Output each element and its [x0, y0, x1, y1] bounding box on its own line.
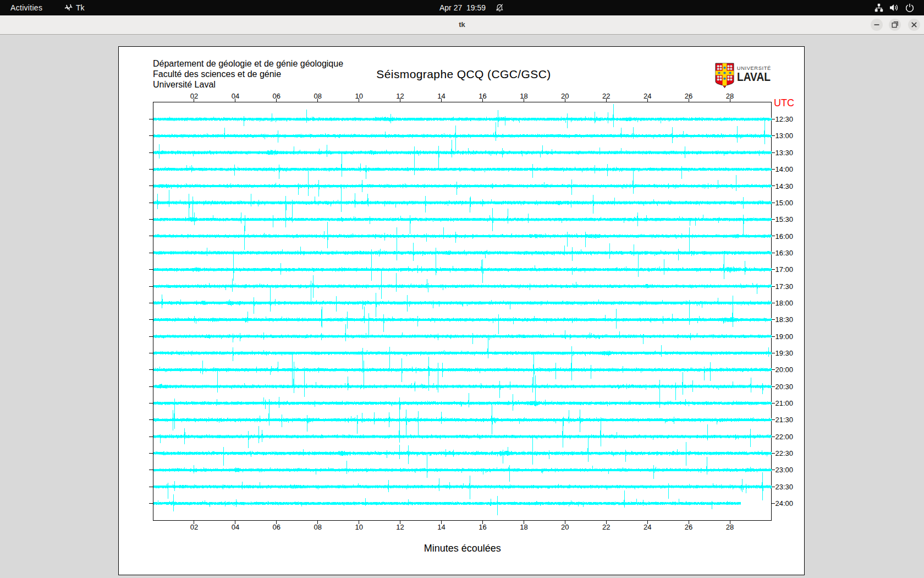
- svg-text:20: 20: [561, 523, 569, 531]
- svg-text:20: 20: [561, 92, 569, 100]
- svg-text:22:30: 22:30: [776, 449, 794, 457]
- svg-text:12: 12: [396, 523, 404, 531]
- svg-text:22: 22: [602, 92, 610, 100]
- svg-text:24: 24: [644, 92, 651, 100]
- svg-text:06: 06: [273, 523, 280, 531]
- svg-text:04: 04: [232, 523, 239, 531]
- svg-text:08: 08: [314, 523, 321, 531]
- svg-text:14:00: 14:00: [776, 165, 794, 173]
- svg-text:16: 16: [479, 92, 486, 100]
- svg-text:02: 02: [190, 523, 198, 531]
- svg-text:21:30: 21:30: [776, 416, 794, 424]
- svg-text:15:00: 15:00: [776, 199, 794, 207]
- svg-text:23:00: 23:00: [776, 466, 794, 474]
- svg-text:14: 14: [437, 523, 445, 531]
- svg-text:20:00: 20:00: [776, 366, 794, 374]
- svg-text:10: 10: [355, 92, 362, 100]
- svg-text:10: 10: [355, 523, 362, 531]
- svg-text:13:00: 13:00: [776, 132, 794, 140]
- svg-text:17:30: 17:30: [776, 282, 794, 291]
- svg-text:18: 18: [520, 92, 527, 100]
- svg-text:22: 22: [602, 523, 610, 531]
- svg-text:22:00: 22:00: [776, 433, 794, 441]
- svg-text:15:30: 15:30: [776, 215, 794, 223]
- svg-text:16: 16: [479, 523, 486, 531]
- svg-text:08: 08: [314, 92, 321, 100]
- svg-text:Séismographe QCQ (CGC/GSC): Séismographe QCQ (CGC/GSC): [376, 68, 551, 80]
- svg-text:18:30: 18:30: [776, 315, 794, 324]
- svg-text:12: 12: [396, 92, 404, 100]
- svg-text:16:30: 16:30: [776, 249, 794, 257]
- svg-text:19:30: 19:30: [776, 349, 794, 357]
- svg-text:14: 14: [437, 92, 445, 100]
- svg-text:18:00: 18:00: [776, 299, 794, 307]
- svg-text:Faculté des sciences et de gén: Faculté des sciences et de génie: [153, 69, 281, 79]
- svg-text:Université Laval: Université Laval: [153, 80, 216, 89]
- svg-text:12:30: 12:30: [776, 115, 794, 123]
- svg-text:UTC: UTC: [774, 97, 794, 108]
- svg-text:LAVAL: LAVAL: [737, 70, 771, 84]
- svg-text:26: 26: [685, 523, 692, 531]
- svg-text:13:30: 13:30: [776, 149, 794, 157]
- svg-text:14:30: 14:30: [776, 182, 794, 190]
- svg-text:24: 24: [644, 523, 651, 531]
- svg-text:Minutes écoulées: Minutes écoulées: [424, 543, 501, 554]
- svg-text:26: 26: [685, 92, 692, 100]
- svg-text:20:30: 20:30: [776, 383, 794, 391]
- svg-text:17:00: 17:00: [776, 265, 794, 274]
- svg-text:21:00: 21:00: [776, 399, 794, 407]
- svg-text:04: 04: [232, 92, 239, 100]
- svg-text:16:00: 16:00: [776, 232, 794, 241]
- svg-text:24:00: 24:00: [776, 499, 794, 508]
- svg-text:28: 28: [726, 92, 734, 100]
- svg-text:06: 06: [273, 92, 280, 100]
- svg-text:18: 18: [520, 523, 527, 531]
- svg-text:19:00: 19:00: [776, 332, 794, 341]
- svg-text:02: 02: [190, 92, 198, 100]
- svg-text:Département de géologie et de: Département de géologie et de génie géol…: [153, 59, 343, 68]
- svg-text:28: 28: [726, 523, 734, 531]
- svg-text:23:30: 23:30: [776, 483, 794, 491]
